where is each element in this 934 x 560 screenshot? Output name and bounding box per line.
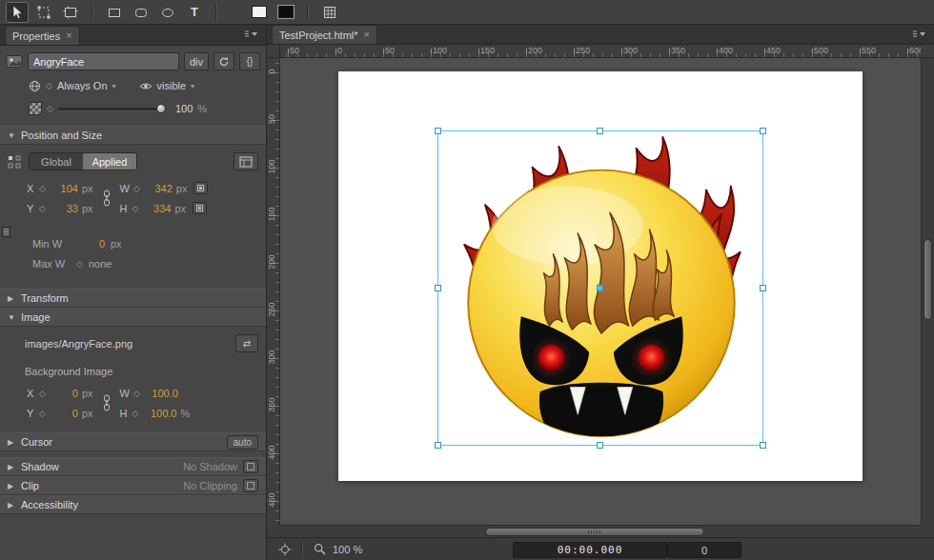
resize-handle-top-left[interactable] [435, 128, 441, 134]
cursor-value-button[interactable]: auto [227, 435, 258, 450]
display-dropdown[interactable]: Always On [57, 80, 108, 91]
section-position-and-size[interactable]: ▼ Position and Size [0, 126, 266, 145]
h-units-toggle-button[interactable] [193, 202, 207, 214]
layout-preset-button[interactable] [234, 152, 258, 170]
resize-handle-bottom[interactable] [597, 442, 603, 449]
section-cursor[interactable]: ▶ Cursor auto [0, 432, 266, 451]
element-id-input[interactable] [28, 52, 179, 70]
section-shadow[interactable]: ▶ Shadow No Shadow [0, 457, 266, 476]
responsive-layout-icon[interactable] [2, 227, 10, 237]
bg-y-value[interactable]: 0 [50, 408, 78, 419]
tag-dropdown[interactable]: div [184, 52, 209, 70]
keyframe-diamond-icon[interactable]: ◇ [133, 184, 140, 193]
timecode-display[interactable]: 00:00.000 [513, 542, 667, 558]
applied-button[interactable]: Applied [83, 153, 136, 170]
global-button[interactable]: Global [30, 153, 83, 170]
chevron-down-icon[interactable]: ▾ [191, 82, 194, 90]
frame-display[interactable]: 0 [667, 542, 741, 558]
stage-viewport[interactable] [280, 58, 921, 525]
x-unit[interactable]: px [82, 183, 93, 194]
resize-handle-bottom-right[interactable] [760, 442, 766, 449]
resize-handle-left[interactable] [435, 285, 441, 291]
selection-tool-button[interactable] [6, 2, 29, 23]
link-width-height-button[interactable] [99, 190, 114, 207]
link-bg-width-height-button[interactable] [99, 394, 114, 411]
horizontal-scrollbar-thumb[interactable] [485, 528, 704, 536]
visibility-dropdown[interactable]: visible [157, 80, 187, 91]
close-icon[interactable]: × [66, 30, 71, 41]
close-icon[interactable]: × [364, 30, 370, 40]
keyframe-diamond-icon[interactable]: ◇ [47, 104, 53, 113]
keyframe-diamond-icon[interactable]: ◇ [39, 409, 46, 418]
h-value[interactable]: 334 [142, 203, 171, 214]
keyframe-diamond-icon[interactable]: ◇ [46, 81, 52, 90]
rounded-rectangle-tool-button[interactable] [130, 2, 152, 23]
h-unit[interactable]: px [174, 203, 186, 214]
h-ruler-label: 450 [766, 46, 781, 55]
open-actions-button[interactable]: {} [239, 52, 260, 70]
opacity-slider[interactable] [58, 103, 165, 114]
min-w-value[interactable]: 0 [76, 238, 105, 250]
keyframe-diamond-icon[interactable]: ◇ [133, 389, 140, 398]
keyframe-diamond-icon[interactable]: ◇ [132, 204, 139, 213]
bg-h-label: H [120, 408, 129, 419]
bg-x-value[interactable]: 0 [50, 388, 78, 399]
clip-tool-button[interactable] [59, 2, 82, 23]
keyframe-diamond-icon[interactable]: ◇ [39, 204, 46, 213]
section-clip[interactable]: ▶ Clip No Clipping [0, 476, 266, 495]
stage-center-button[interactable] [276, 541, 294, 558]
horizontal-scrollbar[interactable] [280, 525, 921, 537]
vertical-scrollbar-thumb[interactable] [924, 239, 932, 320]
convert-symbol-button[interactable] [213, 52, 234, 70]
w-units-toggle-button[interactable] [193, 182, 208, 194]
swap-image-button[interactable]: ⇄ [235, 334, 258, 352]
tab-properties[interactable]: Properties × [5, 26, 80, 45]
zoom-button[interactable] [311, 541, 328, 558]
clip-toggle-button[interactable] [243, 479, 258, 492]
layout-grid-button[interactable] [318, 2, 341, 23]
transform-origin-handle[interactable] [597, 285, 603, 291]
foreground-color-swatch[interactable] [248, 2, 271, 23]
element-type-icon [6, 54, 23, 69]
transform-tool-button[interactable] [32, 2, 55, 23]
bg-y-unit[interactable]: px [82, 408, 93, 419]
rectangle-tool-button[interactable] [103, 2, 126, 23]
text-tool-button[interactable]: T [183, 2, 206, 23]
bg-h-value[interactable]: 100.0 [142, 408, 176, 419]
min-w-unit[interactable]: px [111, 238, 122, 250]
opacity-value[interactable]: 100 [175, 103, 193, 114]
bg-x-unit[interactable]: px [82, 388, 93, 399]
resize-handle-right[interactable] [760, 285, 766, 291]
resize-handle-top-right[interactable] [760, 128, 766, 134]
ellipse-tool-button[interactable] [156, 2, 179, 23]
tab-document[interactable]: TestProject.html* × [272, 25, 377, 44]
keyframe-diamond-icon[interactable]: ◇ [76, 259, 83, 269]
zoom-value[interactable]: 100 % [333, 544, 362, 555]
selection-outline[interactable] [437, 130, 763, 446]
chevron-down-icon[interactable]: ▾ [112, 82, 116, 90]
w-value[interactable]: 342 [144, 183, 173, 194]
image-source-path[interactable]: images/AngryFace.png [25, 338, 228, 350]
bg-h-unit[interactable]: % [180, 408, 190, 419]
x-value[interactable]: 104 [50, 183, 78, 194]
panel-menu-button[interactable] [243, 29, 260, 40]
keyframe-diamond-icon[interactable]: ◇ [39, 389, 46, 398]
vertical-scrollbar[interactable] [921, 58, 934, 525]
y-unit[interactable]: px [82, 203, 93, 214]
resize-handle-bottom-left[interactable] [435, 442, 441, 449]
max-w-value[interactable]: none [89, 258, 112, 270]
section-image[interactable]: ▼ Image [0, 308, 266, 327]
h-ruler-label: 0 [337, 46, 342, 55]
section-accessibility[interactable]: ▶ Accessibility [0, 495, 266, 514]
keyframe-diamond-icon[interactable]: ◇ [132, 409, 139, 418]
background-color-swatch[interactable] [274, 2, 297, 23]
w-unit[interactable]: px [176, 183, 188, 194]
panel-menu-button[interactable] [911, 29, 928, 40]
keyframe-diamond-icon[interactable]: ◇ [39, 184, 46, 193]
shadow-toggle-button[interactable] [243, 460, 258, 473]
bg-w-value[interactable]: 100.0 [144, 388, 178, 399]
section-transform[interactable]: ▶ Transform [0, 289, 266, 308]
y-value[interactable]: 33 [50, 203, 78, 214]
resize-handle-top[interactable] [597, 128, 603, 134]
slider-thumb[interactable] [156, 104, 166, 113]
